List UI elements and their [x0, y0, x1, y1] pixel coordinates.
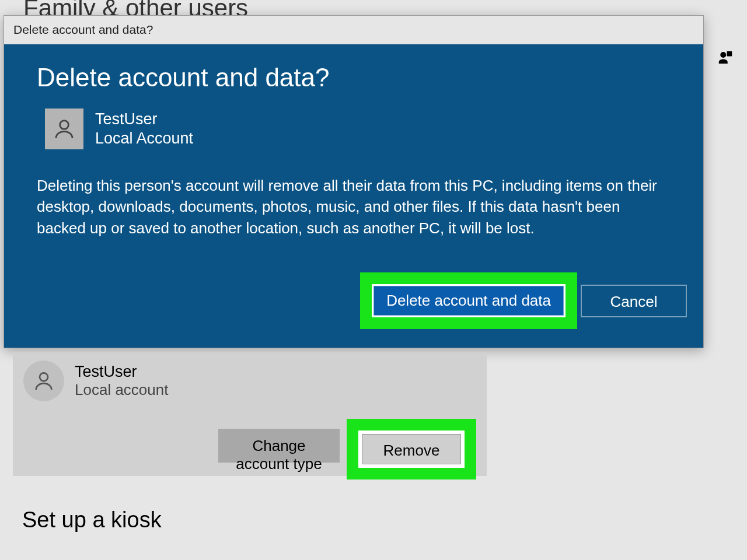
- card-user-info: TestUser Local account: [75, 363, 168, 399]
- svg-point-0: [720, 52, 726, 58]
- dialog-user-type: Local Account: [95, 130, 193, 148]
- dialog-message: Deleting this person's account will remo…: [37, 175, 661, 239]
- change-account-type-button[interactable]: Change account type: [218, 429, 340, 463]
- remove-button[interactable]: Remove: [362, 434, 461, 464]
- svg-point-3: [40, 373, 48, 381]
- user-card-header: TestUser Local account: [23, 360, 476, 401]
- cancel-button[interactable]: Cancel: [581, 285, 687, 317]
- delete-account-dialog: Delete account and data? Delete account …: [4, 15, 704, 348]
- card-avatar-icon: [23, 360, 64, 401]
- dialog-button-row: Delete account and data Cancel: [32, 272, 687, 329]
- svg-rect-1: [727, 51, 732, 57]
- delete-account-and-data-button[interactable]: Delete account and data: [372, 284, 566, 317]
- highlight-remove-button: Remove: [347, 419, 476, 480]
- card-user-type: Local account: [75, 381, 168, 399]
- dialog-heading: Delete account and data?: [37, 63, 675, 92]
- card-user-name: TestUser: [75, 363, 168, 381]
- svg-point-2: [60, 121, 69, 130]
- user-avatar-icon: [45, 108, 83, 149]
- overlay-people-icon: [717, 49, 734, 66]
- user-card[interactable]: TestUser Local account Change account ty…: [13, 352, 487, 476]
- dialog-titlebar: Delete account and data?: [4, 16, 703, 44]
- dialog-body: Delete account and data? TestUser Local …: [4, 44, 703, 348]
- dialog-user-row: TestUser Local Account: [45, 108, 675, 149]
- card-button-row: Change account type Remove: [218, 415, 476, 476]
- kiosk-heading: Set up a kiosk: [22, 508, 162, 533]
- dialog-user-name: TestUser: [95, 110, 193, 128]
- dialog-user-info: TestUser Local Account: [95, 110, 193, 148]
- highlight-delete-button: Delete account and data: [360, 272, 577, 329]
